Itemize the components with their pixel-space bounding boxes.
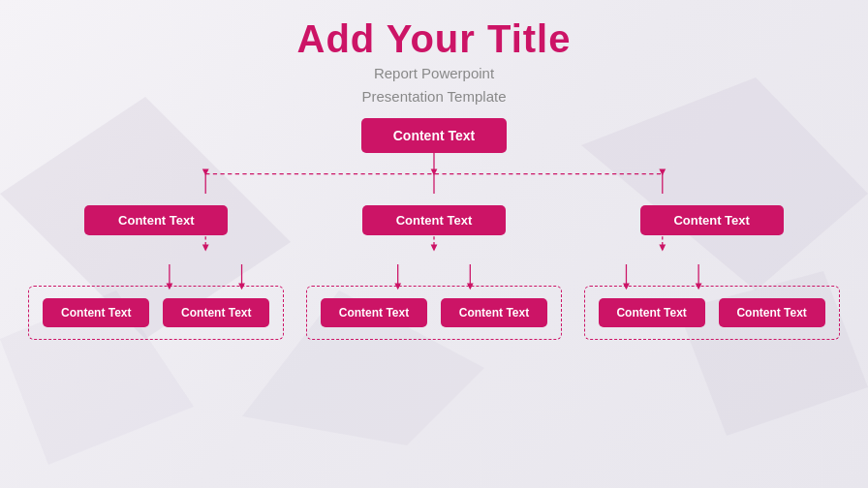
bottom-center-node-2: Content Text: [441, 298, 547, 327]
main-content: Add Your Title Report Powerpoint Present…: [0, 0, 868, 488]
top-row: Content Text: [17, 118, 851, 153]
nodes: Content Text Content Text Content Text C…: [17, 118, 851, 340]
mid-node-right: Content Text: [640, 205, 784, 235]
mid-node-center: Content Text: [362, 205, 506, 235]
subtitle-line2: Presentation Template: [362, 88, 507, 105]
bottom-row: Content Text Content Text Content Text C…: [17, 286, 851, 340]
top-node: Content Text: [361, 118, 507, 153]
bottom-left-node-2: Content Text: [163, 298, 269, 327]
page-title: Add Your Title: [297, 17, 572, 60]
subtitle-line1: Report Powerpoint: [374, 65, 494, 81]
bottom-group-center: Content Text Content Text: [306, 286, 562, 340]
bottom-group-left: Content Text Content Text: [28, 286, 284, 340]
subtitle: Report Powerpoint Presentation Template: [362, 62, 507, 108]
bottom-right-node-2: Content Text: [719, 298, 825, 327]
bottom-right-node-1: Content Text: [599, 298, 705, 327]
bottom-center-node-1: Content Text: [321, 298, 427, 327]
mid-node-left: Content Text: [84, 205, 228, 235]
bottom-left-node-1: Content Text: [43, 298, 149, 327]
diagram: Content Text Content Text Content Text C…: [17, 118, 851, 340]
mid-row: Content Text Content Text Content Text: [17, 205, 851, 235]
bottom-group-right: Content Text Content Text: [584, 286, 840, 340]
